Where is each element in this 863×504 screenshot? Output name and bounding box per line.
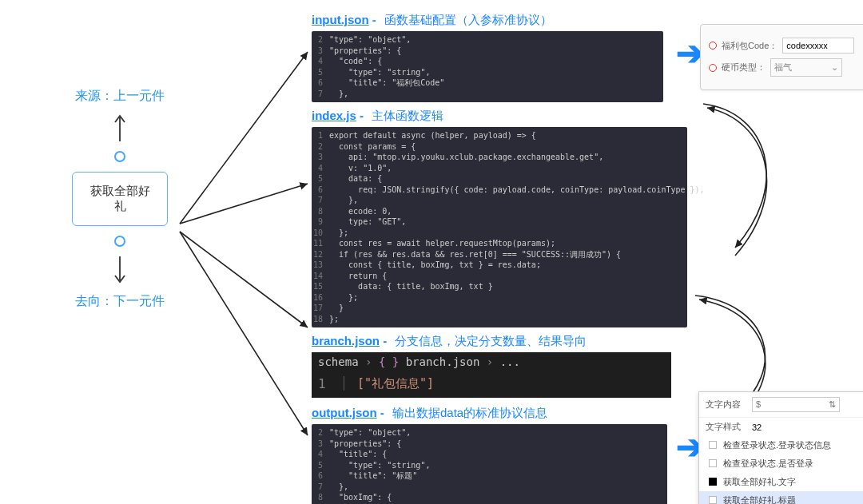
branch-array: ["礼包信息"] — [357, 376, 434, 391]
code-block-index: 1export default async (helper, payload) … — [312, 127, 687, 327]
code-block-output: 2"type": "object",3"properties": {4 "tit… — [312, 424, 667, 504]
arrow-down-icon — [40, 256, 200, 285]
section-header-branch: branch.json - 分支信息，决定分支数量、结果导向 — [312, 334, 855, 349]
arrow-up-icon — [40, 113, 200, 141]
binding-options-list: 检查登录状态.登录状态信息 检查登录状态.是否登录 获取全部好礼.文字 获取全部… — [699, 436, 863, 504]
menu-row-style: 文字样式 32 — [699, 418, 863, 436]
dest-label: 去向：下一元件 — [40, 293, 200, 310]
code-block-branch: schema › { } branch.json › ... 1▏["礼包信息"… — [312, 352, 671, 398]
radio-icon[interactable] — [709, 64, 717, 72]
content-input[interactable]: $⇅ — [752, 397, 840, 412]
radio-icon[interactable] — [709, 42, 717, 50]
source-label: 来源：上一元件 — [40, 88, 200, 105]
form-row-type: 硬币类型： 福气⌄ — [709, 58, 859, 77]
flow-port-top — [114, 151, 125, 162]
code-block-input: 2"type": "object",3"properties": {4 "cod… — [312, 31, 663, 102]
menu-row-content: 文字内容 $⇅ — [699, 392, 863, 418]
type-select[interactable]: 福气⌄ — [770, 58, 842, 77]
flow-node[interactable]: 获取全部好礼 — [72, 172, 168, 226]
code-input[interactable] — [782, 38, 854, 54]
list-item[interactable]: 检查登录状态.登录状态信息 — [699, 436, 863, 454]
flow-port-bottom — [114, 236, 125, 247]
config-form-panel: 福利包Code： 硬币类型： 福气⌄ — [700, 24, 863, 90]
left-flow-column: 来源：上一元件 获取全部好礼 去向：下一元件 — [40, 88, 200, 310]
binding-menu-panel: 文字内容 $⇅ 文字样式 32 检查登录状态.登录状态信息 检查登录状态.是否登… — [698, 391, 863, 504]
list-item[interactable]: 获取全部好礼.标题 — [699, 491, 863, 504]
breadcrumb: schema › { } branch.json › ... — [312, 352, 671, 371]
chevron-down-icon: ⌄ — [831, 62, 838, 73]
section-header-index: index.js - 主体函数逻辑 — [312, 109, 855, 124]
style-input[interactable]: 32 — [752, 423, 784, 432]
file-name: input.json — [312, 13, 369, 26]
list-item[interactable]: 获取全部好礼.文字 — [699, 473, 863, 491]
form-row-code: 福利包Code： — [709, 38, 859, 54]
list-item[interactable]: 检查登录状态.是否登录 — [699, 454, 863, 473]
